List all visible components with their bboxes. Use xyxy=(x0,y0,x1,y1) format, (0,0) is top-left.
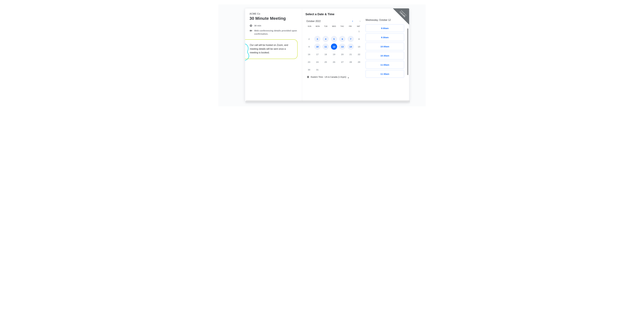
calendar-day[interactable]: 10 xyxy=(314,43,320,50)
event-details-panel: ACME Co 30 Minute Meeting 30 min Web con… xyxy=(245,8,302,101)
day-of-week-label: MON xyxy=(314,25,322,27)
calendar-day: 2 xyxy=(306,36,312,42)
calendar-day: 1 xyxy=(356,28,362,34)
calendar-day[interactable]: 11 xyxy=(322,43,329,50)
booking-widget: POWERED BY Calendly ACME Co 30 Minute Me… xyxy=(245,8,409,101)
calendar-day: 26 xyxy=(331,59,337,65)
timeslot-button[interactable]: 11:30am xyxy=(366,70,404,78)
video-icon xyxy=(250,29,252,32)
timeslot-button[interactable]: 10:30am xyxy=(366,52,404,59)
day-of-week-label: SUN xyxy=(306,25,314,27)
prev-month-button[interactable] xyxy=(351,20,354,23)
calendar-header: October 2022 xyxy=(306,20,362,23)
calendar-day: 28 xyxy=(348,59,354,65)
timezone-selector[interactable]: Eastern Time - US & Canada (1:31pm) xyxy=(306,76,362,78)
calendar-day: 30 xyxy=(306,66,312,73)
calendar-day: 18 xyxy=(322,51,329,57)
select-date-title: Select a Date & Time xyxy=(306,12,362,16)
calendar-day: 19 xyxy=(331,51,337,57)
chevron-left-icon xyxy=(352,20,354,22)
timeslot-button[interactable]: 9:00am xyxy=(366,24,404,32)
caret-down-icon xyxy=(348,76,349,77)
calendar-day[interactable]: 12 xyxy=(331,43,337,50)
timezone-label: Eastern Time - US & Canada (1:31pm) xyxy=(311,76,346,78)
duration-text: 30 min xyxy=(254,24,261,27)
calendar-month-label: October 2022 xyxy=(306,20,320,22)
calendar-day: 25 xyxy=(322,59,329,65)
calendar-day[interactable]: 3 xyxy=(314,36,320,42)
timeslot-scrollbar[interactable] xyxy=(407,28,408,75)
calendar-day: 9 xyxy=(306,43,312,50)
calendar-day[interactable]: 5 xyxy=(331,36,337,42)
calendar-day: 29 xyxy=(356,59,362,65)
org-name: ACME Co xyxy=(250,12,298,15)
chevron-right-icon xyxy=(359,20,361,22)
calendar-day: 17 xyxy=(314,51,320,57)
next-month-button[interactable] xyxy=(358,20,362,23)
widget-shadow xyxy=(246,100,410,104)
calendar-day: 15 xyxy=(356,43,362,50)
calendar-day: 16 xyxy=(306,51,312,57)
calendar-day: 23 xyxy=(306,59,312,65)
calendar-day: 24 xyxy=(314,59,320,65)
clock-icon xyxy=(250,24,252,27)
description-callout: Our call will be hosted on Zoom, and mee… xyxy=(245,39,298,59)
day-of-week-label: SAT xyxy=(354,25,362,27)
calendar-day[interactable]: 4 xyxy=(322,36,329,42)
event-title: 30 Minute Meeting xyxy=(250,16,298,21)
calendar-day: 21 xyxy=(348,51,354,57)
timeslot-panel: Wednesday, October 12 9:00am9:30am10:00a… xyxy=(364,8,409,101)
timeslot-button[interactable]: 9:30am xyxy=(366,33,404,41)
calendar-day: 20 xyxy=(339,51,346,57)
timeslot-button[interactable]: 10:00am xyxy=(366,43,404,50)
calendar-day: 31 xyxy=(314,66,320,73)
day-of-week-row: SUNMONTUEWEDTHUFRISAT xyxy=(306,25,362,27)
selected-date-label: Wednesday, October 12 xyxy=(366,19,405,21)
conference-row: Web conferencing details provided upon c… xyxy=(250,29,298,35)
calendar-day[interactable]: 13 xyxy=(339,43,346,50)
calendar-panel: Select a Date & Time October 2022 xyxy=(302,8,364,101)
globe-icon xyxy=(307,76,309,78)
svg-rect-1 xyxy=(250,30,252,31)
event-description: Our call will be hosted on Zoom, and mee… xyxy=(250,43,294,54)
duration-row: 30 min xyxy=(250,24,298,27)
conference-text: Web conferencing details provided upon c… xyxy=(254,29,298,35)
calendar-day[interactable]: 14 xyxy=(348,43,354,50)
calendar-day[interactable]: 6 xyxy=(339,36,346,42)
day-of-week-label: THU xyxy=(338,25,346,27)
timeslot-button[interactable]: 11:00am xyxy=(366,61,404,68)
day-of-week-label: WED xyxy=(330,25,338,27)
calendar-day[interactable]: 7 xyxy=(348,36,354,42)
calendar-day: 27 xyxy=(339,59,346,65)
timeslot-list: 9:00am9:30am10:00am10:30am11:00am11:30am xyxy=(366,24,405,78)
day-of-week-label: FRI xyxy=(346,25,354,27)
calendar-day: 22 xyxy=(356,51,362,57)
day-of-week-label: TUE xyxy=(322,25,330,27)
calendar-grid: 1234567891011121314151617181920212223242… xyxy=(306,28,362,73)
calendar-day: 8 xyxy=(356,36,362,42)
